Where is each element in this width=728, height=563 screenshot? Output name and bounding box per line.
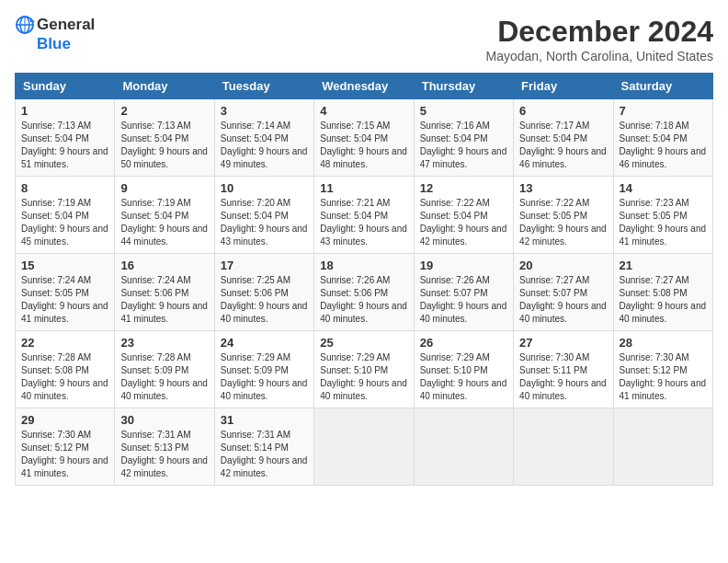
day-header-tuesday: Tuesday [214,74,313,99]
logo-globe-icon [15,15,35,35]
day-number: 24 [221,336,308,350]
day-info: Sunrise: 7:27 AMSunset: 5:07 PMDaylight:… [519,274,607,326]
calendar-week-2: 8Sunrise: 7:19 AMSunset: 5:04 PMDaylight… [16,177,713,254]
day-number: 4 [320,104,407,118]
location-title: Mayodan, North Carolina, United States [486,49,713,63]
day-number: 23 [120,336,208,350]
day-info: Sunrise: 7:20 AMSunset: 5:04 PMDaylight:… [221,197,308,248]
calendar-week-1: 1Sunrise: 7:13 AMSunset: 5:04 PMDaylight… [16,99,713,177]
calendar-week-3: 15Sunrise: 7:24 AMSunset: 5:05 PMDayligh… [16,254,713,331]
day-info: Sunrise: 7:15 AMSunset: 5:04 PMDaylight:… [320,120,407,171]
day-number: 7 [620,104,707,118]
day-info: Sunrise: 7:24 AMSunset: 5:06 PMDaylight:… [120,274,208,326]
day-number: 30 [120,413,208,427]
day-header-saturday: Saturday [613,74,712,99]
calendar-cell: 5Sunrise: 7:16 AMSunset: 5:04 PMDaylight… [414,99,513,177]
calendar-cell: 4Sunrise: 7:15 AMSunset: 5:04 PMDaylight… [314,99,414,177]
day-info: Sunrise: 7:24 AMSunset: 5:05 PMDaylight:… [21,274,108,326]
day-number: 6 [519,104,607,118]
calendar-table: SundayMondayTuesdayWednesdayThursdayFrid… [15,73,713,486]
calendar-cell [414,408,513,486]
day-info: Sunrise: 7:29 AMSunset: 5:10 PMDaylight:… [420,351,507,403]
day-info: Sunrise: 7:17 AMSunset: 5:04 PMDaylight:… [519,120,607,171]
calendar-week-5: 29Sunrise: 7:30 AMSunset: 5:12 PMDayligh… [16,408,713,486]
day-info: Sunrise: 7:26 AMSunset: 5:07 PMDaylight:… [420,274,507,326]
day-number: 31 [221,413,308,427]
day-info: Sunrise: 7:30 AMSunset: 5:12 PMDaylight:… [620,351,707,403]
calendar-cell: 23Sunrise: 7:28 AMSunset: 5:09 PMDayligh… [115,331,214,408]
calendar-cell: 15Sunrise: 7:24 AMSunset: 5:05 PMDayligh… [16,254,115,331]
day-info: Sunrise: 7:30 AMSunset: 5:12 PMDaylight:… [21,429,108,480]
day-info: Sunrise: 7:29 AMSunset: 5:09 PMDaylight:… [221,351,308,403]
day-header-friday: Friday [514,74,613,99]
day-number: 21 [620,259,707,272]
calendar-cell: 9Sunrise: 7:19 AMSunset: 5:04 PMDaylight… [115,177,214,254]
day-number: 12 [420,181,507,195]
logo: General Blue [15,15,95,53]
calendar-cell: 30Sunrise: 7:31 AMSunset: 5:13 PMDayligh… [115,408,214,486]
day-info: Sunrise: 7:22 AMSunset: 5:05 PMDaylight:… [519,197,607,248]
day-number: 25 [320,336,407,350]
calendar-cell: 24Sunrise: 7:29 AMSunset: 5:09 PMDayligh… [214,331,313,408]
calendar-cell: 28Sunrise: 7:30 AMSunset: 5:12 PMDayligh… [613,331,712,408]
day-info: Sunrise: 7:23 AMSunset: 5:05 PMDaylight:… [620,197,707,248]
day-info: Sunrise: 7:16 AMSunset: 5:04 PMDaylight:… [420,120,507,171]
svg-marker-4 [30,17,35,22]
calendar-cell: 14Sunrise: 7:23 AMSunset: 5:05 PMDayligh… [613,177,712,254]
calendar-cell: 22Sunrise: 7:28 AMSunset: 5:08 PMDayligh… [16,331,115,408]
day-number: 5 [420,104,507,118]
calendar-cell: 2Sunrise: 7:13 AMSunset: 5:04 PMDaylight… [115,99,214,177]
calendar-cell: 27Sunrise: 7:30 AMSunset: 5:11 PMDayligh… [514,331,613,408]
day-number: 20 [519,259,607,272]
calendar-cell: 16Sunrise: 7:24 AMSunset: 5:06 PMDayligh… [115,254,214,331]
calendar-cell: 13Sunrise: 7:22 AMSunset: 5:05 PMDayligh… [514,177,613,254]
day-number: 27 [519,336,607,350]
day-number: 26 [420,336,507,350]
day-number: 17 [221,259,308,272]
title-block: December 2024 Mayodan, North Carolina, U… [486,15,713,63]
calendar-cell: 10Sunrise: 7:20 AMSunset: 5:04 PMDayligh… [214,177,313,254]
day-number: 29 [21,413,108,427]
calendar-cell: 26Sunrise: 7:29 AMSunset: 5:10 PMDayligh… [414,331,513,408]
calendar-cell [514,408,613,486]
day-info: Sunrise: 7:25 AMSunset: 5:06 PMDaylight:… [221,274,308,326]
day-header-sunday: Sunday [16,74,115,99]
calendar-cell: 17Sunrise: 7:25 AMSunset: 5:06 PMDayligh… [214,254,313,331]
day-info: Sunrise: 7:21 AMSunset: 5:04 PMDaylight:… [320,197,407,248]
day-info: Sunrise: 7:19 AMSunset: 5:04 PMDaylight:… [120,197,208,248]
day-header-wednesday: Wednesday [314,74,414,99]
page-header: General Blue December 2024 Mayodan, Nort… [15,15,713,63]
logo-blue-text: Blue [37,35,71,53]
day-number: 19 [420,259,507,272]
calendar-cell [613,408,712,486]
day-number: 2 [120,104,208,118]
day-number: 14 [620,181,707,195]
day-header-thursday: Thursday [414,74,513,99]
calendar-cell: 21Sunrise: 7:27 AMSunset: 5:08 PMDayligh… [613,254,712,331]
day-number: 9 [120,181,208,195]
day-number: 11 [320,181,407,195]
calendar-cell: 1Sunrise: 7:13 AMSunset: 5:04 PMDaylight… [16,99,115,177]
calendar-cell: 19Sunrise: 7:26 AMSunset: 5:07 PMDayligh… [414,254,513,331]
day-number: 16 [120,259,208,272]
day-info: Sunrise: 7:28 AMSunset: 5:08 PMDaylight:… [21,351,108,403]
day-number: 1 [21,104,108,118]
calendar-cell: 25Sunrise: 7:29 AMSunset: 5:10 PMDayligh… [314,331,414,408]
day-info: Sunrise: 7:18 AMSunset: 5:04 PMDaylight:… [620,120,707,171]
day-info: Sunrise: 7:22 AMSunset: 5:04 PMDaylight:… [420,197,507,248]
day-number: 15 [21,259,108,272]
calendar-cell: 8Sunrise: 7:19 AMSunset: 5:04 PMDaylight… [16,177,115,254]
day-info: Sunrise: 7:31 AMSunset: 5:13 PMDaylight:… [120,429,208,480]
day-number: 13 [519,181,607,195]
day-info: Sunrise: 7:13 AMSunset: 5:04 PMDaylight:… [21,120,108,171]
calendar-cell: 29Sunrise: 7:30 AMSunset: 5:12 PMDayligh… [16,408,115,486]
day-number: 8 [21,181,108,195]
day-number: 22 [21,336,108,350]
day-number: 28 [620,336,707,350]
day-info: Sunrise: 7:14 AMSunset: 5:04 PMDaylight:… [221,120,308,171]
calendar-cell: 3Sunrise: 7:14 AMSunset: 5:04 PMDaylight… [214,99,313,177]
day-number: 3 [221,104,308,118]
calendar-cell: 12Sunrise: 7:22 AMSunset: 5:04 PMDayligh… [414,177,513,254]
day-info: Sunrise: 7:26 AMSunset: 5:06 PMDaylight:… [320,274,407,326]
day-number: 10 [221,181,308,195]
